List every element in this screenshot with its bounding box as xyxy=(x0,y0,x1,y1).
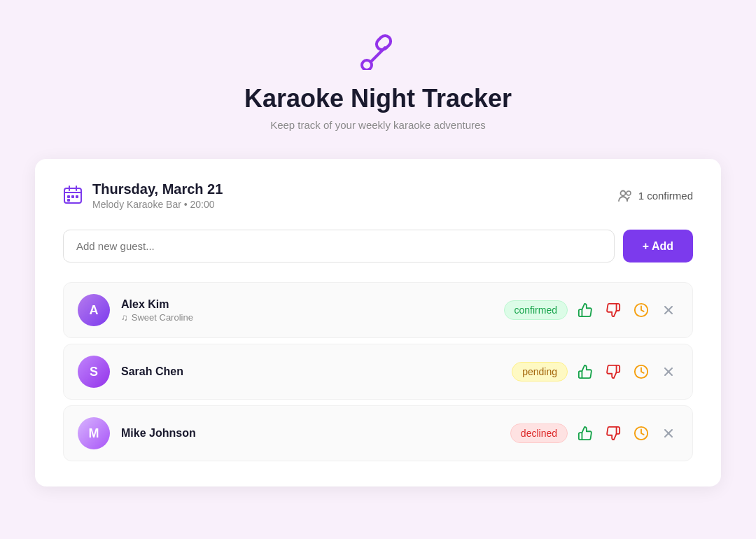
music-note-icon: ♫ xyxy=(121,312,128,323)
svg-rect-2 xyxy=(374,34,393,52)
avatar: A xyxy=(78,294,110,326)
clock-icon xyxy=(634,426,649,441)
guest-row: M Mike Johnson declined xyxy=(63,405,693,461)
add-guest-row: + Add xyxy=(63,230,693,262)
calendar-icon xyxy=(63,185,83,207)
guest-actions: declined xyxy=(510,423,678,444)
thumbs-up-icon xyxy=(578,364,593,379)
thumbs-down-icon xyxy=(606,426,621,441)
add-guest-button[interactable]: + Add xyxy=(623,230,693,262)
svg-rect-10 xyxy=(67,199,70,202)
event-info: Thursday, March 21 Melody Karaoke Bar • … xyxy=(63,181,223,210)
guest-name: Alex Kim xyxy=(121,298,504,311)
svg-rect-8 xyxy=(71,195,74,198)
guest-list: A Alex Kim ♫ Sweet Caroline confirmed xyxy=(63,282,693,461)
app-subtitle: Keep track of your weekly karaoke advent… xyxy=(270,119,486,131)
svg-point-12 xyxy=(626,191,631,195)
remove-button[interactable] xyxy=(659,300,678,320)
thumbs-up-icon xyxy=(578,426,593,441)
svg-point-11 xyxy=(620,190,625,195)
app-header: Karaoke Night Tracker Keep track of your… xyxy=(244,28,512,131)
thumbs-up-button[interactable] xyxy=(575,423,596,444)
status-badge: declined xyxy=(510,424,568,443)
close-icon xyxy=(662,303,676,317)
guest-name: Mike Johnson xyxy=(121,427,510,440)
event-date: Thursday, March 21 xyxy=(92,181,223,197)
microphone-icon xyxy=(357,28,399,73)
avatar: S xyxy=(78,356,110,388)
guest-name: Sarah Chen xyxy=(121,365,512,378)
thumbs-up-button[interactable] xyxy=(575,361,596,382)
main-card: Thursday, March 21 Melody Karaoke Bar • … xyxy=(35,159,721,486)
avatar: M xyxy=(78,417,110,449)
remove-button[interactable] xyxy=(659,362,678,382)
guest-info: Sarah Chen xyxy=(121,365,512,378)
pending-button[interactable] xyxy=(631,300,652,321)
pending-button[interactable] xyxy=(631,423,652,444)
close-icon xyxy=(662,365,676,379)
event-header: Thursday, March 21 Melody Karaoke Bar • … xyxy=(63,181,693,210)
pending-button[interactable] xyxy=(631,361,652,382)
app-title: Karaoke Night Tracker xyxy=(244,84,512,113)
guest-info: Alex Kim ♫ Sweet Caroline xyxy=(121,298,504,323)
thumbs-up-icon xyxy=(578,302,593,318)
guest-song: ♫ Sweet Caroline xyxy=(121,312,504,323)
thumbs-down-icon xyxy=(606,302,621,318)
guest-actions: confirmed xyxy=(504,300,678,321)
event-details: Thursday, March 21 Melody Karaoke Bar • … xyxy=(92,181,223,210)
remove-button[interactable] xyxy=(659,424,678,443)
status-badge: pending xyxy=(512,362,568,382)
status-badge: confirmed xyxy=(504,300,568,320)
svg-rect-9 xyxy=(76,195,78,198)
clock-icon xyxy=(634,302,649,318)
guest-actions: pending xyxy=(512,361,678,382)
close-icon xyxy=(662,426,676,440)
confirmed-count-text: 1 confirmed xyxy=(638,190,693,202)
svg-point-1 xyxy=(362,60,372,70)
thumbs-down-button[interactable] xyxy=(603,361,624,382)
thumbs-down-button[interactable] xyxy=(603,300,624,321)
confirmed-count: 1 confirmed xyxy=(617,188,693,204)
guest-info: Mike Johnson xyxy=(121,427,510,440)
svg-rect-7 xyxy=(67,195,70,198)
add-guest-input[interactable] xyxy=(63,230,615,262)
clock-icon xyxy=(634,364,649,379)
thumbs-down-icon xyxy=(606,364,621,379)
event-venue: Melody Karaoke Bar • 20:00 xyxy=(92,199,223,210)
thumbs-down-button[interactable] xyxy=(603,423,624,444)
people-icon xyxy=(617,188,633,204)
guest-row: A Alex Kim ♫ Sweet Caroline confirmed xyxy=(63,282,693,338)
guest-row: S Sarah Chen pending xyxy=(63,344,693,400)
thumbs-up-button[interactable] xyxy=(575,300,596,321)
